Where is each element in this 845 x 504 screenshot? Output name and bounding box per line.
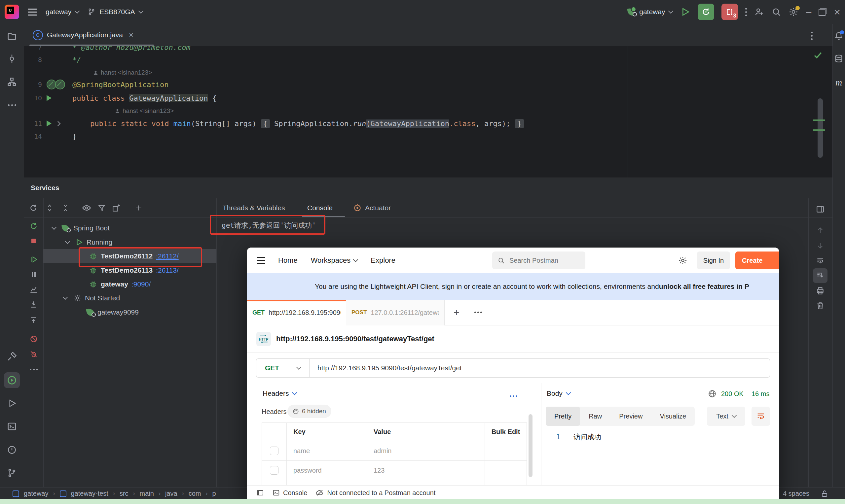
search-everywhere-icon[interactable]	[771, 7, 781, 17]
more-tools-icon[interactable]	[4, 97, 20, 113]
response-status[interactable]: 200 OK	[721, 390, 744, 398]
step-up-icon[interactable]	[27, 312, 41, 327]
create-button[interactable]: Create	[735, 252, 779, 269]
new-tab-icon[interactable]: +	[453, 307, 460, 318]
breadcrumb-item[interactable]: gateway-test	[71, 490, 108, 498]
project-selector[interactable]: gateway	[46, 8, 79, 16]
globe-icon[interactable]	[708, 390, 717, 398]
unlock-icon[interactable]	[821, 490, 828, 498]
window-maximize-icon[interactable]	[818, 8, 827, 16]
rerun-icon[interactable]	[27, 219, 41, 233]
build-tool-icon[interactable]	[4, 348, 20, 364]
window-minimize-icon[interactable]: –	[806, 7, 811, 17]
bulk-edit-button[interactable]: Bulk Edit	[485, 423, 527, 441]
inspections-ok-icon[interactable]	[813, 50, 823, 60]
tree-node-gateway[interactable]: gateway :9090/	[43, 277, 217, 291]
nav-workspaces[interactable]: Workspaces	[311, 256, 358, 265]
code-editor[interactable]: 7* @author hozu@primeton.com 8*/ hanst <…	[24, 46, 832, 178]
chevron-down-icon[interactable]	[63, 295, 68, 300]
layout-settings-icon[interactable]	[813, 202, 827, 217]
add-user-icon[interactable]	[754, 7, 764, 17]
wrap-lines-button[interactable]	[752, 407, 770, 426]
chevron-down-icon[interactable]	[65, 239, 70, 244]
pause-icon[interactable]	[27, 267, 41, 282]
view-options-eye-icon[interactable]	[80, 201, 93, 215]
key-cell[interactable]: name	[287, 441, 367, 461]
terminal-tool-icon[interactable]	[4, 418, 20, 434]
scroll-to-end-icon[interactable]	[813, 268, 827, 283]
print-icon[interactable]	[813, 284, 827, 298]
body-section-toggle[interactable]: Body	[547, 390, 570, 397]
row-checkbox[interactable]	[270, 447, 278, 455]
key-cell[interactable]: password	[287, 461, 367, 480]
window-close-icon[interactable]: ×	[834, 6, 840, 18]
version-control-tool-icon[interactable]	[4, 465, 20, 481]
breadcrumb-item[interactable]: src	[120, 490, 128, 498]
folded-region[interactable]: {	[261, 119, 270, 128]
view-raw[interactable]: Raw	[580, 407, 610, 426]
view-preview[interactable]: Preview	[610, 407, 651, 426]
expand-all-icon[interactable]	[43, 201, 56, 215]
notifications-bell-icon[interactable]	[832, 29, 845, 42]
breadcrumb-item[interactable]: java	[165, 490, 177, 498]
rerun-debug-button[interactable]	[698, 4, 714, 20]
tab-actuator[interactable]: Actuator	[353, 198, 391, 217]
run-tool-icon[interactable]	[4, 395, 20, 411]
refresh-icon[interactable]	[27, 201, 40, 215]
more-actions-icon[interactable]	[745, 8, 747, 16]
settings-gear-icon[interactable]	[789, 7, 798, 17]
port-link[interactable]: :9090/	[132, 280, 151, 288]
postman-search-box[interactable]	[492, 252, 585, 269]
filter-icon[interactable]	[95, 201, 108, 215]
step-down-icon[interactable]	[27, 298, 41, 312]
postman-settings-gear-icon[interactable]	[678, 256, 687, 265]
stop-button[interactable]: 3	[722, 4, 738, 20]
breadcrumb-item[interactable]: com	[189, 490, 201, 498]
breadcrumb-item[interactable]: gateway	[24, 490, 49, 498]
stop-icon[interactable]	[27, 234, 41, 248]
request-tab-post[interactable]: POST 127.0.0.1:26112/gateway	[346, 300, 445, 325]
maven-tool-icon[interactable]: m	[832, 76, 845, 89]
collapse-all-icon[interactable]	[59, 201, 72, 215]
request-tab-get[interactable]: GET http://192.168.9.195:9090	[247, 300, 346, 325]
url-input[interactable]: http://192.168.9.195:9090/test/gatewayTe…	[309, 359, 770, 377]
stop-listening-icon[interactable]	[27, 347, 41, 361]
method-selector[interactable]: GET	[256, 364, 309, 372]
services-tool-icon[interactable]	[4, 372, 20, 388]
headers-section-toggle[interactable]: Headers	[263, 390, 296, 397]
thread-dump-icon[interactable]	[27, 282, 41, 297]
spring-bean-icon[interactable]	[55, 79, 65, 89]
format-selector[interactable]: Text	[707, 407, 745, 426]
tab-more-options-icon[interactable]	[475, 311, 482, 313]
indent-info[interactable]: 4 spaces	[783, 490, 809, 498]
clear-trash-icon[interactable]	[813, 299, 827, 313]
structure-tool-icon[interactable]	[4, 74, 20, 90]
nav-explore[interactable]: Explore	[370, 256, 395, 265]
tree-node-not-started[interactable]: Not Started	[43, 291, 217, 305]
open-in-new-tab-icon[interactable]	[110, 201, 123, 215]
hidden-headers-badge[interactable]: 6 hidden	[288, 404, 331, 418]
tree-node-gateway9099[interactable]: gateway9099	[43, 305, 217, 319]
headers-scrollbar[interactable]	[529, 414, 533, 477]
project-tool-icon[interactable]	[4, 29, 20, 44]
port-link[interactable]: :26113/	[156, 266, 179, 274]
main-menu-icon[interactable]	[28, 8, 37, 16]
chevron-right-icon[interactable]	[55, 121, 61, 126]
editor-tab-gatewayapplication[interactable]: C GatewayApplication.java ×	[29, 24, 154, 46]
key-placeholder[interactable]: Key	[287, 480, 367, 485]
problems-tool-icon[interactable]	[4, 442, 20, 458]
run-main-gutter-icon[interactable]	[47, 121, 52, 126]
nav-home[interactable]: Home	[278, 256, 298, 265]
add-service-icon[interactable]	[132, 201, 145, 215]
scroll-down-icon[interactable]	[813, 238, 827, 253]
row-checkbox[interactable]	[270, 466, 278, 475]
view-visualize[interactable]: Visualize	[651, 407, 695, 426]
database-tool-icon[interactable]	[832, 52, 845, 65]
sidebar-toggle-icon[interactable]	[256, 489, 264, 497]
editor-scrollbar[interactable]	[817, 98, 823, 158]
response-time[interactable]: 16 ms	[752, 390, 769, 398]
run-class-gutter-icon[interactable]	[47, 95, 52, 101]
soft-wrap-icon[interactable]	[813, 253, 827, 268]
scroll-up-icon[interactable]	[813, 223, 827, 238]
tree-node-spring-boot[interactable]: Spring Boot	[43, 221, 217, 235]
